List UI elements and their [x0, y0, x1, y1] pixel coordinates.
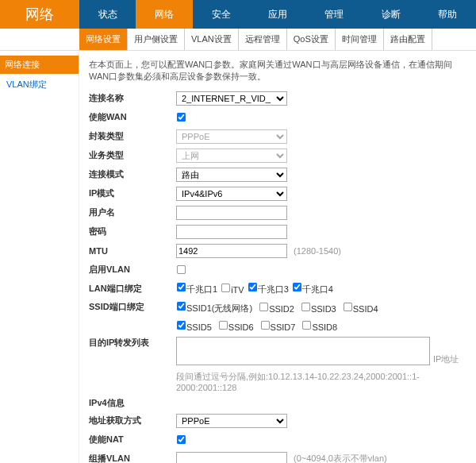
label-enable-vlan: 启用VLAN [89, 264, 176, 276]
label-addr-mode: 地址获取方式 [89, 415, 176, 426]
label-username: 用户名 [89, 206, 176, 218]
label-encapsulation: 封装类型 [89, 130, 176, 142]
section-ipv4: IPv4信息 [89, 397, 466, 409]
ssid-bind-checkbox-SSID4[interactable] [344, 303, 352, 311]
hint-mtu: (1280-1540) [294, 246, 341, 256]
label-dst-ip: 目的IP转发列表 [89, 337, 176, 349]
subtabs: 网络设置用户侧设置VLAN设置远程管理QoS设置时间管理路由配置 [0, 29, 476, 51]
hint-mcast-vlan4: (0~4094,0表示不带vlan) [294, 453, 387, 463]
ssid-bind-label-SSID5: SSID5 [186, 322, 212, 332]
subtab-VLAN设置[interactable]: VLAN设置 [185, 29, 239, 50]
label-enable-nat: 使能NAT [89, 434, 176, 446]
label-mcast-vlan4: 组播VLAN [89, 453, 176, 463]
content-area: 在本页面上，您可以配置WAN口参数。家庭网关通过WAN口与高层网络设备通信，在通… [79, 51, 476, 463]
lan-bind-label-千兆口3: 千兆口3 [258, 284, 289, 294]
ssid-bind-label-SSID4: SSID4 [353, 304, 378, 314]
tab-帮助[interactable]: 帮助 [420, 0, 476, 29]
checkbox-enable-nat[interactable] [177, 435, 186, 444]
subtab-用户侧设置[interactable]: 用户侧设置 [128, 29, 185, 50]
input-username[interactable] [176, 206, 287, 220]
label-ssid-bind: SSID端口绑定 [89, 301, 176, 313]
main-tabs: 状态网络安全应用管理诊断帮助 [79, 0, 476, 29]
ssid-bind-label-SSID2: SSID2 [269, 304, 294, 314]
subtab-远程管理[interactable]: 远程管理 [239, 29, 287, 50]
label-enable-wan: 使能WAN [89, 111, 176, 123]
label-conn-mode: 连接模式 [89, 168, 176, 180]
label-dst-ip-suffix: IP地址 [433, 353, 459, 365]
subtab-路由配置[interactable]: 路由配置 [384, 29, 432, 50]
intro-text: 在本页面上，您可以配置WAN口参数。家庭网关通过WAN口与高层网络设备通信，在通… [89, 59, 466, 83]
subtab-QoS设置[interactable]: QoS设置 [287, 29, 336, 50]
ssid-bind-checkbox-SSID8[interactable] [302, 321, 311, 330]
label-link-name: 连接名称 [89, 92, 176, 104]
ssid-bind-checkbox-SSID2[interactable] [259, 303, 268, 311]
select-ip-mode[interactable]: IPv4&IPv6 [176, 187, 287, 201]
tab-管理[interactable]: 管理 [306, 0, 363, 29]
checkbox-enable-vlan[interactable] [177, 265, 186, 274]
lan-bind-checkbox-千兆口3[interactable] [248, 283, 257, 291]
subtab-网络设置[interactable]: 网络设置 [79, 29, 128, 50]
ssid-bind-label-SSID1(无线网络): SSID1(无线网络) [186, 303, 252, 313]
sidebar: 网络连接 VLAN绑定 [0, 51, 79, 463]
select-addr-mode[interactable]: PPPoE [176, 414, 287, 428]
select-service-type[interactable]: 上网 [176, 149, 287, 163]
input-mtu[interactable] [176, 244, 287, 258]
lan-bind-label-iTV: iTV [231, 285, 244, 295]
hint-dst-ip: 段间通过逗号分隔,例如:10.12.13.14-10.22.23.24,2000… [176, 371, 466, 392]
ssid-bind-checkbox-SSID1(无线网络)[interactable] [177, 302, 186, 311]
ssid-bind-checkbox-SSID3[interactable] [301, 303, 310, 311]
label-mtu: MTU [89, 246, 176, 256]
label-password: 密码 [89, 226, 176, 237]
textarea-dst-ip[interactable] [176, 337, 430, 365]
input-password[interactable] [176, 225, 287, 239]
ssid-bind-label-SSID7: SSID7 [271, 322, 296, 332]
lan-bind-checkbox-iTV[interactable] [221, 284, 230, 292]
ssid-bind-checkbox-SSID7[interactable] [261, 321, 270, 330]
tab-诊断[interactable]: 诊断 [363, 0, 419, 29]
input-mcast-vlan4[interactable] [176, 452, 287, 463]
lan-bind-label-千兆口1: 千兆口1 [186, 284, 217, 294]
ssid-bind-checkbox-SSID6[interactable] [219, 321, 228, 330]
tab-安全[interactable]: 安全 [193, 0, 249, 29]
brand-title: 网络 [0, 0, 79, 29]
lan-bind-checkbox-千兆口4[interactable] [293, 283, 301, 291]
label-lan-bind: LAN端口绑定 [89, 283, 176, 295]
sidebar-item-vlan-bind[interactable]: VLAN绑定 [0, 74, 79, 95]
lan-bind-label-千兆口4: 千兆口4 [302, 284, 333, 294]
tab-网络[interactable]: 网络 [136, 0, 192, 29]
label-ip-mode: IP模式 [89, 187, 176, 199]
ssid-bind-label-SSID8: SSID8 [312, 322, 337, 332]
subtab-时间管理[interactable]: 时间管理 [336, 29, 384, 50]
ssid-bind-label-SSID6: SSID6 [228, 322, 254, 332]
ssid-bind-label-SSID3: SSID3 [311, 304, 336, 314]
checkbox-enable-wan[interactable] [177, 113, 186, 122]
lan-bind-checkbox-千兆口1[interactable] [177, 283, 186, 291]
sidebar-heading: 网络连接 [0, 56, 79, 74]
select-conn-mode[interactable]: 路由 [176, 168, 287, 182]
label-service-type: 业务类型 [89, 149, 176, 161]
tab-应用[interactable]: 应用 [249, 0, 305, 29]
tab-状态[interactable]: 状态 [79, 0, 136, 29]
ssid-bind-checkbox-SSID5[interactable] [177, 321, 186, 330]
select-encapsulation[interactable]: PPPoE [176, 129, 287, 144]
select-link-name[interactable]: 2_INTERNET_R_VID_ [176, 91, 287, 106]
